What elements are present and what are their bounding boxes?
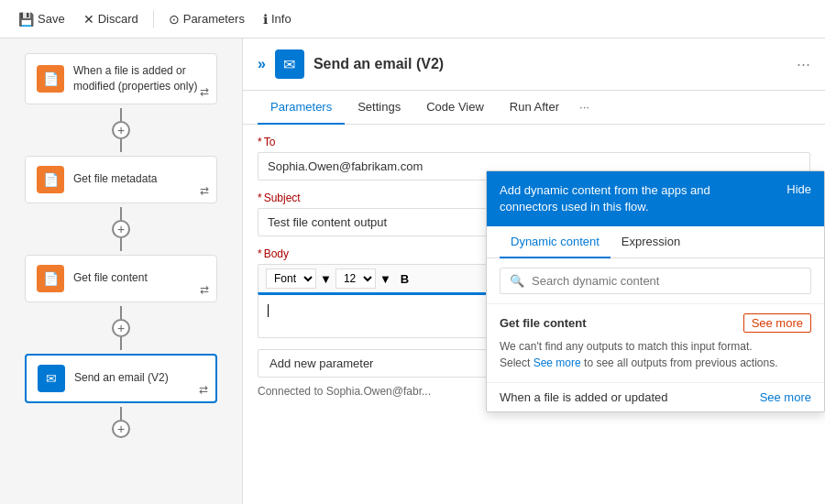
- action-title: Send an email (V2): [314, 56, 444, 72]
- flow-step-4[interactable]: ✉ Send an email (V2) ⇄: [25, 354, 217, 403]
- step-3-text: Get file content: [73, 270, 148, 286]
- connector-3: +: [112, 306, 130, 350]
- line-1b: [120, 139, 122, 152]
- dynamic-section-1: Get file content See more We can't find …: [487, 304, 824, 382]
- save-button[interactable]: 💾 Save: [11, 8, 72, 30]
- search-icon: 🔍: [510, 274, 524, 288]
- tab-run-after[interactable]: Run After: [497, 91, 572, 125]
- step-3-icon: 📄: [37, 265, 64, 292]
- flow-panel: 📄 When a file is added or modified (prop…: [0, 38, 243, 504]
- to-label: *To: [258, 136, 810, 148]
- font-select[interactable]: Font: [266, 268, 316, 289]
- discard-button[interactable]: ✕ Discard: [76, 8, 146, 30]
- expand-button[interactable]: »: [258, 56, 266, 72]
- save-icon: 💾: [18, 12, 34, 27]
- parameters-button[interactable]: ⊙ Parameters: [161, 8, 252, 30]
- add-step-2[interactable]: +: [112, 220, 130, 238]
- search-box: 🔍: [500, 268, 811, 294]
- dynamic-search-area: 🔍: [487, 258, 824, 304]
- line-4: [120, 407, 122, 420]
- dynamic-panel: Add dynamic content from the apps and co…: [486, 170, 825, 412]
- action-icon: ✉: [275, 49, 304, 79]
- flow-step-3[interactable]: 📄 Get file content ⇄: [25, 255, 217, 302]
- toolbar-separator: [153, 10, 154, 28]
- font-dropdown-icon: ▼: [320, 272, 332, 286]
- dynamic-header-text: Add dynamic content from the apps and co…: [500, 182, 756, 215]
- tab-code-view[interactable]: Code View: [413, 91, 497, 125]
- action-body: *To *Subject *Body Font ▼ 12 ▼ B: [243, 125, 825, 504]
- tab-more[interactable]: ···: [572, 91, 597, 124]
- add-step-4[interactable]: +: [112, 420, 130, 438]
- section-2-title: When a file is added or updated: [500, 390, 668, 404]
- line-3: [120, 306, 122, 319]
- step-2-text: Get file metadata: [73, 171, 157, 187]
- step-4-text: Send an email (V2): [74, 370, 169, 386]
- step-1-text: When a file is added or modified (proper…: [73, 63, 205, 94]
- section-1-message: We can't find any outputs to match this …: [500, 338, 811, 371]
- connector-4: +: [112, 407, 130, 438]
- add-step-1[interactable]: +: [112, 121, 130, 139]
- add-step-3[interactable]: +: [112, 319, 130, 337]
- step-2-link: ⇄: [200, 184, 209, 197]
- line-2b: [120, 238, 122, 251]
- line-2: [120, 207, 122, 220]
- toolbar: 💾 Save ✕ Discard ⊙ Parameters ℹ Info: [0, 0, 825, 38]
- body-cursor: [268, 304, 269, 317]
- see-more-button-1[interactable]: See more: [743, 313, 811, 333]
- dynamic-header: Add dynamic content from the apps and co…: [487, 171, 824, 226]
- action-more-button[interactable]: ···: [797, 55, 810, 74]
- flow-step-2[interactable]: 📄 Get file metadata ⇄: [25, 156, 217, 203]
- dynamic-tabs: Dynamic content Expression: [487, 226, 824, 258]
- step-4-link: ⇄: [199, 383, 208, 396]
- step-3-link: ⇄: [200, 283, 209, 296]
- section-1-header: Get file content See more: [500, 313, 811, 333]
- see-more-button-2[interactable]: See more: [760, 390, 811, 404]
- line-3b: [120, 337, 122, 350]
- action-tabs: Parameters Settings Code View Run After …: [243, 91, 825, 125]
- font-size-dropdown-icon: ▼: [380, 272, 391, 286]
- tab-parameters[interactable]: Parameters: [258, 91, 345, 125]
- action-panel: » ✉ Send an email (V2) ··· Parameters Se…: [243, 38, 825, 504]
- info-button[interactable]: ℹ Info: [256, 8, 299, 30]
- step-4-icon: ✉: [38, 365, 65, 392]
- dynamic-tab-expression[interactable]: Expression: [610, 226, 691, 258]
- dynamic-section-2: When a file is added or updated See more: [487, 382, 824, 411]
- dynamic-tab-content[interactable]: Dynamic content: [500, 226, 610, 258]
- connector-1: +: [112, 108, 130, 152]
- parameters-icon: ⊙: [169, 12, 180, 27]
- connector-2: +: [112, 207, 130, 251]
- section-1-title: Get file content: [500, 316, 587, 330]
- action-header: » ✉ Send an email (V2) ···: [243, 38, 825, 91]
- main-container: 📄 When a file is added or modified (prop…: [0, 38, 825, 504]
- see-more-link[interactable]: See more: [534, 356, 581, 369]
- discard-icon: ✕: [83, 12, 94, 27]
- dynamic-hide-button[interactable]: Hide: [786, 182, 811, 196]
- tab-settings[interactable]: Settings: [345, 91, 413, 125]
- search-input[interactable]: [532, 274, 801, 288]
- line-1: [120, 108, 122, 121]
- step-1-icon: 📄: [37, 65, 64, 93]
- step-1-link: ⇄: [200, 85, 209, 98]
- font-size-select[interactable]: 12: [336, 268, 376, 289]
- bold-button[interactable]: B: [395, 270, 414, 288]
- step-2-icon: 📄: [37, 166, 64, 193]
- flow-step-1[interactable]: 📄 When a file is added or modified (prop…: [25, 53, 217, 104]
- info-icon: ℹ: [263, 12, 268, 27]
